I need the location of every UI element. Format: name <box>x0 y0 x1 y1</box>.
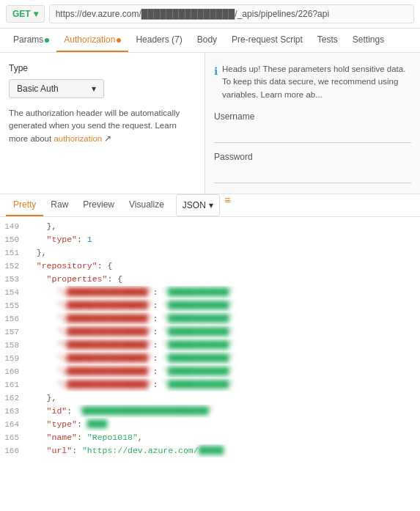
line-number: 153 <box>0 273 26 286</box>
auth-panel: Type Basic Auth ▾ The authorization head… <box>0 53 420 194</box>
line-content: "type": ████ <box>26 418 420 431</box>
code-line: 157 "r████████████████": "████████████" <box>0 326 420 339</box>
format-label: JSON <box>183 200 206 210</box>
password-input[interactable] <box>214 166 411 183</box>
line-number: 164 <box>0 418 26 431</box>
tab-authorization[interactable]: Authorization <box>56 29 128 52</box>
body-tab-raw[interactable]: Raw <box>43 194 75 216</box>
request-tabs: Params Authorization Headers (7) Body Pr… <box>0 29 420 53</box>
code-line: 165 "name": "Repo1018", <box>0 431 420 444</box>
line-number: 157 <box>0 326 26 339</box>
tab-settings[interactable]: Settings <box>345 29 391 52</box>
line-number: 166 <box>0 444 26 457</box>
code-line: 161 "c████████████████": "████████████" <box>0 378 420 391</box>
password-field-group: Password <box>214 152 411 183</box>
code-line: 164 "type": ████ <box>0 418 420 431</box>
format-select[interactable]: JSON ▾ <box>176 194 220 216</box>
auth-dot <box>117 38 121 43</box>
type-chevron: ▾ <box>92 84 96 94</box>
auth-left: Type Basic Auth ▾ The authorization head… <box>0 53 205 194</box>
method-select[interactable]: GET ▾ <box>6 5 45 23</box>
info-box: ℹ Heads up! These parameters hold sensit… <box>214 63 411 101</box>
code-area: 149 },150 "type": 1151 },152 "repository… <box>0 217 420 460</box>
line-content: "type": 1 <box>26 233 420 246</box>
line-number: 161 <box>0 378 26 391</box>
body-tab-visualize[interactable]: Visualize <box>122 194 172 216</box>
tab-prerequest[interactable]: Pre-request Script <box>224 29 310 52</box>
line-content: "id": "█████████████████████████" <box>26 405 420 418</box>
line-content: "l████████████████": "████████████" <box>26 312 420 326</box>
code-line: 158 "f████████████████": "████████████" <box>0 339 420 352</box>
params-dot <box>45 38 49 43</box>
type-label: Type <box>9 63 196 73</box>
line-content: }, <box>26 246 420 260</box>
line-content: "c████████████████": "████████████" <box>26 286 420 299</box>
line-number: 162 <box>0 391 26 405</box>
auth-right: ℹ Heads up! These parameters hold sensit… <box>205 53 420 194</box>
code-line: 151 }, <box>0 246 420 260</box>
wrap-button[interactable]: ≡ <box>224 194 230 216</box>
code-line: 155 "l████████████████": "████████████" <box>0 299 420 312</box>
line-content: "r████████████████": "████████████" <box>26 326 420 339</box>
line-content: "url": "https://dev.azure.com/█████ <box>26 444 420 457</box>
line-number: 158 <box>0 339 26 352</box>
line-number: 150 <box>0 233 26 246</box>
code-line: 160 "s████████████████": "████████████" <box>0 365 420 378</box>
format-chevron: ▾ <box>209 200 213 210</box>
method-label: GET <box>12 9 31 19</box>
body-tab-preview[interactable]: Preview <box>75 194 122 216</box>
body-tab-pretty[interactable]: Pretty <box>6 194 43 216</box>
code-line: 149 }, <box>0 220 420 233</box>
line-number: 163 <box>0 405 26 418</box>
line-number: 155 <box>0 299 26 312</box>
username-input[interactable] <box>214 126 411 143</box>
tab-params[interactable]: Params <box>6 29 56 52</box>
info-icon: ℹ <box>214 64 218 101</box>
password-label: Password <box>214 152 411 162</box>
line-content: }, <box>26 391 420 405</box>
code-line: 156 "l████████████████": "████████████" <box>0 312 420 326</box>
line-content: }, <box>26 220 420 233</box>
line-content: "name": "Repo1018", <box>26 431 420 444</box>
line-number: 160 <box>0 365 26 378</box>
line-number: 152 <box>0 260 26 273</box>
top-bar: GET ▾ https://dev.azure.com/████████████… <box>0 0 420 29</box>
info-text: Heads up! These parameters hold sensitiv… <box>222 63 411 101</box>
line-content: "f████████████████": "████████████" <box>26 339 420 352</box>
line-number: 159 <box>0 352 26 365</box>
code-line: 154 "c████████████████": "████████████" <box>0 286 420 299</box>
tab-tests[interactable]: Tests <box>310 29 345 52</box>
username-label: Username <box>214 111 411 122</box>
auth-link[interactable]: authorization <box>54 134 102 143</box>
line-number: 149 <box>0 220 26 233</box>
code-line: 153 "properties": { <box>0 273 420 286</box>
code-line: 152 "repository": { <box>0 260 420 273</box>
code-line: 166 "url": "https://dev.azure.com/█████ <box>0 444 420 457</box>
line-content: "s████████████████": "████████████" <box>26 352 420 365</box>
username-field-group: Username <box>214 111 411 143</box>
line-content: "l████████████████": "████████████" <box>26 299 420 312</box>
tab-body[interactable]: Body <box>190 29 224 52</box>
line-content: "c████████████████": "████████████" <box>26 378 420 391</box>
type-select[interactable]: Basic Auth ▾ <box>9 79 104 98</box>
method-chevron: ▾ <box>34 9 38 19</box>
body-tabs: Pretty Raw Preview Visualize JSON ▾ ≡ <box>0 194 420 217</box>
code-line: 159 "s████████████████": "████████████" <box>0 352 420 365</box>
tab-headers[interactable]: Headers (7) <box>128 29 189 52</box>
line-content: "properties": { <box>26 273 420 286</box>
type-value: Basic Auth <box>17 84 59 94</box>
line-content: "repository": { <box>26 260 420 273</box>
auth-description: The authorization header will be automat… <box>9 107 196 145</box>
line-number: 151 <box>0 246 26 260</box>
line-content: "s████████████████": "████████████" <box>26 365 420 378</box>
code-line: 150 "type": 1 <box>0 233 420 246</box>
code-line: 163 "id": "█████████████████████████" <box>0 405 420 418</box>
code-line: 162 }, <box>0 391 420 405</box>
line-number: 156 <box>0 312 26 326</box>
line-number: 165 <box>0 431 26 444</box>
line-number: 154 <box>0 286 26 299</box>
url-bar[interactable]: https://dev.azure.com/███████████████/_a… <box>49 4 414 23</box>
